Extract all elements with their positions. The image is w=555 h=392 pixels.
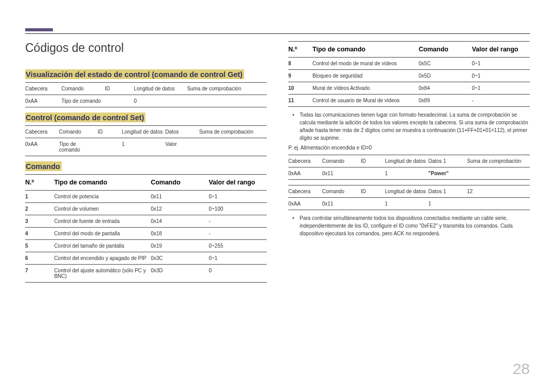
td-type: Bloqueo de seguridad bbox=[312, 70, 419, 82]
td: 1 bbox=[429, 198, 467, 210]
example-table-b: Cabecera Comando ID Longitud de datos Da… bbox=[288, 185, 530, 210]
td-type: Control de fuente de entrada bbox=[54, 215, 151, 228]
td-type: Control del encendido y apagado de PIP bbox=[54, 252, 151, 265]
td-type: Control del modo de pantalla bbox=[54, 228, 151, 240]
td: 0xAA bbox=[288, 167, 322, 180]
td-cmd: 0x11 bbox=[151, 191, 209, 203]
td-num: 5 bbox=[25, 240, 54, 252]
td bbox=[361, 167, 385, 180]
td-cmd: 0x14 bbox=[151, 215, 209, 228]
table-row: 8Control del modo de mural de vídeos0x5C… bbox=[288, 58, 530, 70]
td bbox=[467, 167, 530, 180]
td-range: 0~255 bbox=[209, 240, 267, 252]
th: N.º bbox=[25, 175, 54, 191]
td: 0xAA bbox=[25, 95, 62, 107]
th: Longitud de datos bbox=[134, 83, 187, 95]
th: Valor del rango bbox=[472, 42, 530, 58]
td-type: Control del tamaño de pantalla bbox=[54, 240, 151, 252]
th: Longitud de datos bbox=[385, 185, 429, 198]
td-type: Control de usuario de Mural de vídeos bbox=[312, 95, 419, 107]
td: 0x11 bbox=[322, 167, 361, 180]
table-row: 9Bloqueo de seguridad0x5D0~1 bbox=[288, 70, 530, 82]
command-table-right: N.º Tipo de comando Comando Valor del ra… bbox=[288, 41, 530, 107]
td bbox=[361, 198, 385, 210]
td-type: Control de volumen bbox=[54, 203, 151, 215]
table-row: 4Control del modo de pantalla0x18- bbox=[25, 228, 267, 240]
td-cmd: 0x5D bbox=[419, 70, 472, 82]
section-heading-cmd: Comando bbox=[25, 161, 62, 171]
th: ID bbox=[361, 185, 385, 198]
th: ID bbox=[105, 83, 134, 95]
td-range: - bbox=[209, 228, 267, 240]
th: Comando bbox=[322, 155, 361, 167]
th: Suma de comprobación bbox=[467, 155, 530, 167]
example-label: P. ej. Alimentación encendida e ID=0 bbox=[288, 145, 530, 151]
th: ID bbox=[361, 155, 385, 167]
td-cmd: 0x89 bbox=[419, 95, 472, 107]
td-num: 10 bbox=[288, 82, 312, 95]
example-table-a: Cabecera Comando ID Longitud de datos Da… bbox=[288, 155, 530, 180]
table-row: 10Mural de vídeos Activado0x840~1 bbox=[288, 82, 530, 95]
right-column: N.º Tipo de comando Comando Valor del ra… bbox=[288, 41, 530, 283]
th: Comando bbox=[322, 185, 361, 198]
td: "Power" bbox=[429, 167, 467, 180]
td-range: 0~1 bbox=[472, 58, 530, 70]
th: Longitud de datos bbox=[385, 155, 429, 167]
th: Suma de comprobación bbox=[187, 83, 267, 95]
page-number: 28 bbox=[513, 360, 530, 378]
td-type: Control de potencia bbox=[54, 191, 151, 203]
note-checksum: Todas las comunicaciones tienen lugar co… bbox=[288, 111, 530, 142]
td-range: 0~1 bbox=[209, 191, 267, 203]
td bbox=[98, 138, 122, 156]
th: Cabecera bbox=[288, 155, 322, 167]
td: 1 bbox=[385, 167, 429, 180]
th: Valor del rango bbox=[209, 175, 267, 191]
th: Tipo de comando bbox=[312, 42, 419, 58]
th: ID bbox=[98, 126, 122, 138]
td bbox=[467, 198, 530, 210]
table-row: 6Control del encendido y apagado de PIP0… bbox=[25, 252, 267, 265]
td-num: 2 bbox=[25, 203, 54, 215]
td-type: Control del modo de mural de vídeos bbox=[312, 58, 419, 70]
td-cmd: 0x19 bbox=[151, 240, 209, 252]
th: Comando bbox=[151, 175, 209, 191]
table-row: 3Control de fuente de entrada0x14- bbox=[25, 215, 267, 228]
th: Suma de comprobación bbox=[199, 126, 267, 138]
td: Valor bbox=[165, 138, 199, 156]
note-broadcast: Para controlar simultáneamente todos los… bbox=[288, 214, 530, 237]
td-type: Control del ajuste automático (sólo PC y… bbox=[54, 265, 151, 283]
td-num: 9 bbox=[288, 70, 312, 82]
td bbox=[187, 95, 267, 107]
th: Longitud de datos bbox=[122, 126, 165, 138]
header-rule bbox=[25, 33, 530, 34]
td-range: 0 bbox=[209, 265, 267, 283]
section-heading-set: Control (comando de control Set) bbox=[25, 113, 145, 122]
td-num: 11 bbox=[288, 95, 312, 107]
table-row: 7Control del ajuste automático (sólo PC … bbox=[25, 265, 267, 283]
td-cmd: 0x3D bbox=[151, 265, 209, 283]
td: 0xAA bbox=[25, 138, 59, 156]
th: Comando bbox=[419, 42, 472, 58]
td: Tipo de comando bbox=[62, 95, 105, 107]
td: 0xAA bbox=[288, 198, 322, 210]
td-num: 6 bbox=[25, 252, 54, 265]
td-cmd: 0x5C bbox=[419, 58, 472, 70]
td-cmd: 0x18 bbox=[151, 228, 209, 240]
page-title: Códigos de control bbox=[25, 41, 267, 55]
th: Cabecera bbox=[25, 126, 59, 138]
get-table: Cabecera Comando ID Longitud de datos Su… bbox=[25, 82, 267, 107]
section-heading-get: Visualización del estado de control (com… bbox=[25, 69, 244, 79]
th: Cabecera bbox=[25, 83, 62, 95]
td-num: 8 bbox=[288, 58, 312, 70]
table-row: 5Control del tamaño de pantalla0x190~255 bbox=[25, 240, 267, 252]
th: Comando bbox=[59, 126, 98, 138]
td bbox=[199, 138, 267, 156]
th: N.º bbox=[288, 42, 312, 58]
td-num: 4 bbox=[25, 228, 54, 240]
td bbox=[105, 95, 134, 107]
td-num: 3 bbox=[25, 215, 54, 228]
left-column: Códigos de control Visualización del est… bbox=[25, 41, 267, 283]
td-range: - bbox=[472, 95, 530, 107]
td: 1 bbox=[122, 138, 165, 156]
header-accent-bar bbox=[25, 28, 53, 31]
